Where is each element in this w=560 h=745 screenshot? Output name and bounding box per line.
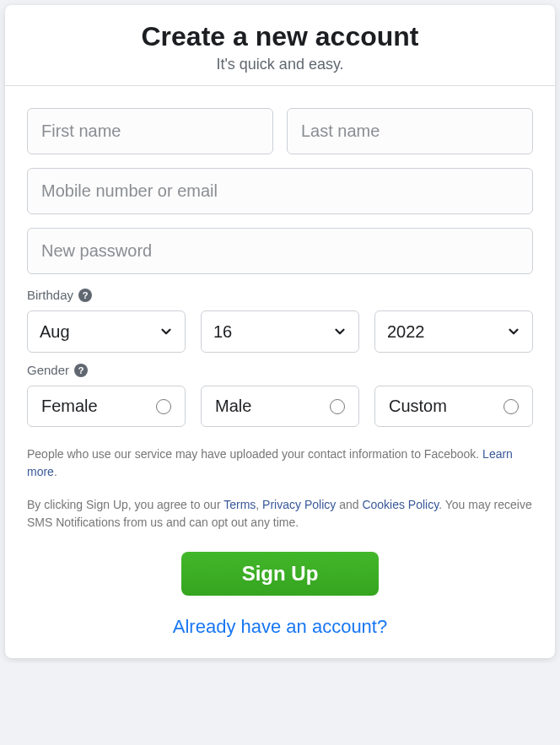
gender-option-female[interactable]: Female [27,386,186,427]
gender-option-custom[interactable]: Custom [374,386,533,427]
gender-radio-female[interactable] [156,399,171,414]
signup-button[interactable]: Sign Up [181,552,380,596]
gender-radio-custom[interactable] [503,399,519,414]
gender-label: Gender ? [27,363,533,377]
birthday-label: Birthday ? [27,288,533,302]
birthday-year-select[interactable]: 2022 [374,310,533,353]
password-input[interactable] [27,228,533,274]
last-name-input[interactable] [287,108,533,154]
privacy-link[interactable]: Privacy Policy [262,498,336,511]
birthday-help-icon[interactable]: ? [78,289,92,302]
gender-radio-male[interactable] [330,399,345,414]
page-subtitle: It's quick and easy. [19,56,541,73]
form-body: Birthday ? Aug 16 [5,86,555,658]
disclaimer-terms: By clicking Sign Up, you agree to our Te… [27,496,533,532]
contact-input[interactable] [27,168,533,214]
header: Create a new account It's quick and easy… [5,5,555,86]
already-have-account-link[interactable]: Already have an account? [173,616,387,637]
gender-help-icon[interactable]: ? [74,364,88,377]
signup-card: Create a new account It's quick and easy… [5,5,555,658]
first-name-input[interactable] [27,108,273,154]
disclaimer-contact: People who use our service may have uplo… [27,445,533,481]
birthday-day-select[interactable]: 16 [201,310,359,353]
cookies-link[interactable]: Cookies Policy [362,498,439,511]
gender-option-male[interactable]: Male [201,386,359,427]
birthday-month-select[interactable]: Aug [27,310,186,353]
terms-link[interactable]: Terms [223,498,256,511]
page-title: Create a new account [19,20,541,52]
